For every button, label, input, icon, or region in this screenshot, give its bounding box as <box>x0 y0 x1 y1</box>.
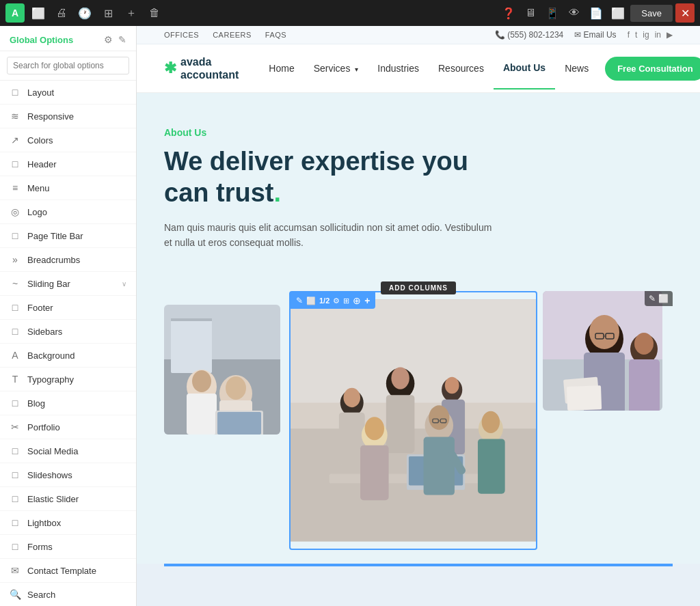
sidebar-item-label: Page Title Bar <box>27 231 83 241</box>
sidebar-item-label: Header <box>27 159 57 169</box>
sidebar-item-menu[interactable]: ≡ Menu <box>0 176 136 200</box>
sidebar-item-label: Elastic Slider <box>27 494 79 504</box>
sidebar-item-label: Contact Template <box>27 566 96 576</box>
sidebar-item-contact-template[interactable]: ✉ Contact Template <box>0 559 136 583</box>
nav-item-industries[interactable]: Industries <box>368 48 429 89</box>
close-button[interactable]: ✕ <box>675 3 695 23</box>
col-settings-icon[interactable]: ⚙ <box>333 297 340 305</box>
sidebar-edit-icon[interactable]: ✎ <box>118 34 126 45</box>
sidebar-item-label: Colors <box>27 135 53 146</box>
faqs-link[interactable]: FAQS <box>265 31 286 39</box>
page-label: About Us <box>164 127 673 138</box>
sidebar-item-background[interactable]: A Background <box>0 344 136 368</box>
nav-item-news[interactable]: News <box>555 48 598 89</box>
sidebar-item-responsive[interactable]: ≋ Responsive <box>0 105 136 128</box>
site-topbar-links: OFFICES CAREERS FAQS <box>164 31 286 39</box>
nav-item-about-us[interactable]: About Us <box>494 47 555 89</box>
linkedin-icon[interactable]: in <box>655 30 661 40</box>
sidebar-item-logo[interactable]: ◎ Logo <box>0 200 136 224</box>
nav-item-services[interactable]: Services ▾ <box>304 48 368 89</box>
sidebar-item-page-title-bar[interactable]: □ Page Title Bar <box>0 224 136 248</box>
twitter-icon[interactable]: t <box>635 30 637 40</box>
page-description: Nam quis mauris quis elit accumsan solli… <box>164 220 492 251</box>
sidebar-item-lightbox[interactable]: □ Lightbox <box>0 511 136 535</box>
youtube-icon[interactable]: ▶ <box>667 30 673 40</box>
desktop-icon[interactable]: 🖥 <box>521 3 540 23</box>
nav-item-resources[interactable]: Resources <box>429 48 494 89</box>
eye-icon[interactable]: 👁 <box>565 3 584 23</box>
sidebar-item-layout[interactable]: □ Layout <box>0 81 136 105</box>
col-plus-icon[interactable]: + <box>364 295 370 306</box>
sidebar-item-header[interactable]: □ Header <box>0 152 136 176</box>
free-consultation-button[interactable]: Free Consultation <box>605 57 700 81</box>
careers-link[interactable]: CAREERS <box>213 31 252 39</box>
colors-icon: ↗ <box>10 135 21 146</box>
col-grid-icon[interactable]: ⊞ <box>343 297 349 305</box>
offices-link[interactable]: OFFICES <box>164 31 199 39</box>
layout-icon[interactable]: ⊞ <box>98 3 118 23</box>
image-col-left <box>164 305 284 435</box>
page-title-bar-icon: □ <box>10 230 21 241</box>
facebook-icon[interactable]: f <box>628 30 630 40</box>
breadcrumbs-icon: » <box>10 254 21 265</box>
plus-icon[interactable]: ＋ <box>122 3 141 23</box>
site-topbar-right: 📞 (555) 802-1234 ✉ Email Us f t ig in ▶ <box>495 30 673 40</box>
sidebar-item-blog[interactable]: □ Blog <box>0 391 136 415</box>
sidebar-item-portfolio[interactable]: ✂ Portfolio <box>0 415 136 439</box>
svg-rect-49 <box>629 359 660 411</box>
save-button[interactable]: Save <box>630 5 673 22</box>
svg-rect-5 <box>187 394 217 435</box>
col-copy-icon[interactable]: ⬜ <box>306 297 316 305</box>
site-email[interactable]: ✉ Email Us <box>574 30 616 40</box>
right-image-container <box>543 291 662 411</box>
app-logo[interactable]: A <box>5 3 25 23</box>
history-icon[interactable]: 🕐 <box>75 3 94 23</box>
sidebar-item-search[interactable]: 🔍 Search <box>0 583 136 606</box>
help-icon[interactable]: ❓ <box>499 3 518 23</box>
search-icon: 🔍 <box>10 589 21 600</box>
sidebar-item-footer[interactable]: □ Footer <box>0 296 136 320</box>
col-edit-icon[interactable]: ✎ <box>296 296 303 305</box>
svg-rect-11 <box>217 412 261 435</box>
sidebar-item-breadcrumbs[interactable]: » Breadcrumbs <box>0 248 136 272</box>
sidebar-item-elastic-slider[interactable]: □ Elastic Slider <box>0 487 136 511</box>
col-move-icon[interactable]: ⊕ <box>353 295 361 306</box>
portfolio-icon: ✂ <box>10 422 21 432</box>
svg-rect-22 <box>386 396 415 454</box>
sidebar-filter-icon[interactable]: ⚙ <box>104 34 113 45</box>
svg-rect-2 <box>171 318 212 373</box>
page-heading-line1: We deliver expertise you <box>164 147 468 176</box>
template-icon[interactable]: 🖨 <box>52 3 71 23</box>
sidebar-item-label: Slideshows <box>27 470 72 480</box>
nav-item-home[interactable]: Home <box>259 48 304 89</box>
right-image-toolbar: ✎ ⬜ <box>645 291 673 306</box>
site-social-icons: f t ig in ▶ <box>628 30 673 40</box>
contact-template-icon: ✉ <box>10 565 21 576</box>
left-image <box>164 305 280 435</box>
sidebar-item-slideshows[interactable]: □ Slideshows <box>0 463 136 487</box>
footer-icon: □ <box>10 302 21 313</box>
svg-rect-28 <box>360 445 389 500</box>
settings-icon[interactable]: ⬜ <box>608 3 628 23</box>
sidebar-item-social-media[interactable]: □ Social Media <box>0 439 136 463</box>
right-edit-icon[interactable]: ✎ <box>649 294 656 303</box>
site-logo: ✱ avada accountant <box>164 44 239 92</box>
menu-icon: ≡ <box>10 182 21 193</box>
sidebar-item-sidebars[interactable]: □ Sidebars <box>0 320 136 344</box>
sidebar-item-colors[interactable]: ↗ Colors <box>0 128 136 152</box>
sidebar-item-sliding-bar[interactable]: ~ Sliding Bar ∨ <box>0 272 136 296</box>
sidebar-item-forms[interactable]: □ Forms <box>0 535 136 559</box>
responsive-icon[interactable]: 📱 <box>543 3 562 23</box>
sidebar-search-container <box>0 51 136 81</box>
svg-point-44 <box>589 315 619 349</box>
file-icon[interactable]: 📄 <box>587 3 606 23</box>
sidebar-item-typography[interactable]: T Typography <box>0 368 136 391</box>
instagram-icon[interactable]: ig <box>643 30 649 40</box>
add-columns-badge[interactable]: ADD COLUMNS <box>381 281 456 294</box>
search-input[interactable] <box>7 57 129 74</box>
page-icon[interactable]: ⬜ <box>29 3 48 23</box>
sidebar-item-label: Search <box>27 590 55 600</box>
right-copy-icon[interactable]: ⬜ <box>658 294 669 303</box>
trash-icon[interactable]: 🗑 <box>145 3 164 23</box>
sidebar-item-label: Portfolio <box>27 422 60 432</box>
